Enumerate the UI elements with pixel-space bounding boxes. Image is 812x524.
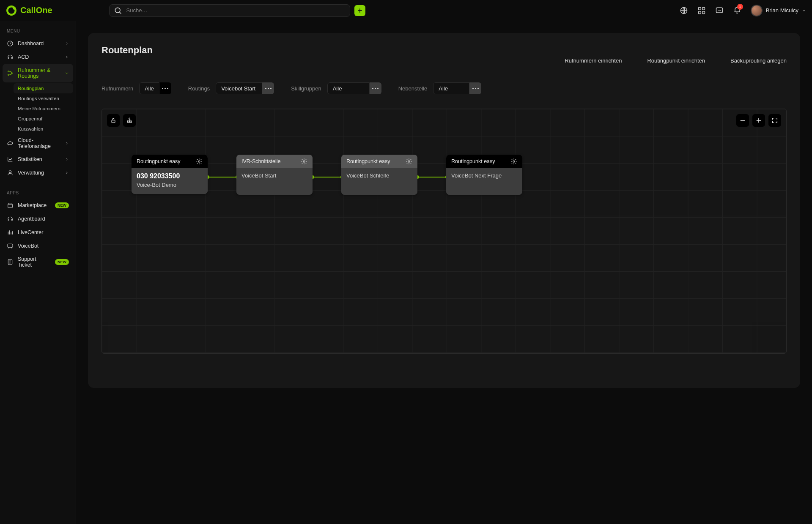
- sidebar-app-voicebot[interactable]: VoiceBot: [3, 239, 73, 253]
- routing-node[interactable]: IVR-Schnittstelle VoiceBot Start: [236, 155, 313, 195]
- filters: Rufnummern Alle Routings Voicebot Start …: [102, 82, 787, 94]
- notifications-button[interactable]: 1: [733, 5, 741, 16]
- action-backuprouting[interactable]: Backuprouting anlegen: [730, 57, 787, 64]
- user-menu[interactable]: Brian Miculcy: [751, 5, 806, 16]
- routing-canvas[interactable]: Routingpunkt easy 030 92033500 Voice-Bot…: [102, 109, 787, 354]
- filter-routings-more[interactable]: [262, 82, 274, 94]
- svg-point-23: [129, 122, 130, 123]
- sidebar-item-dashboard[interactable]: Dashboard: [3, 37, 73, 50]
- svg-point-12: [720, 10, 721, 11]
- svg-point-14: [8, 71, 9, 72]
- canvas-tree-button[interactable]: [123, 114, 136, 127]
- user-name: Brian Miculcy: [766, 7, 798, 14]
- filter-skill[interactable]: Alle: [327, 82, 370, 94]
- zoom-in-button[interactable]: [752, 114, 765, 127]
- fullscreen-button[interactable]: [768, 114, 781, 127]
- sidebar-sub-routingplan[interactable]: Routingplan: [14, 83, 73, 93]
- filter-neben[interactable]: Alle: [433, 82, 469, 94]
- chevron-right-icon: [65, 157, 69, 161]
- filter-skill-more[interactable]: [370, 82, 381, 94]
- sidebar-app-agentboard[interactable]: Agentboard: [3, 212, 73, 226]
- main: Routenplan Rufnummern einrichten Routing…: [76, 21, 812, 524]
- sidebar-item-stats[interactable]: Statistiken: [3, 153, 73, 166]
- svg-point-1: [13, 7, 16, 9]
- sidebar-app-marketplace[interactable]: Marketplace NEW: [3, 199, 73, 212]
- svg-point-21: [129, 118, 130, 119]
- sidebar-sub-routing: Routingplan Routings verwalten Meine Ruf…: [14, 83, 73, 134]
- filter-rufnummern[interactable]: Alle: [139, 82, 159, 94]
- gear-icon[interactable]: [196, 158, 203, 165]
- svg-rect-7: [698, 11, 701, 14]
- cloud-icon: [7, 140, 14, 147]
- chevron-right-icon: [65, 41, 69, 46]
- svg-point-28: [513, 161, 515, 162]
- sidebar-item-verwaltung[interactable]: Verwaltung: [3, 166, 73, 180]
- gear-icon[interactable]: [406, 158, 412, 165]
- svg-point-15: [8, 74, 9, 76]
- filter-label-routings: Routings: [188, 85, 210, 92]
- sidebar-app-support[interactable]: Support Ticket NEW: [3, 253, 73, 271]
- node-title: Routingpunkt easy: [137, 158, 181, 164]
- globe-icon[interactable]: [680, 6, 688, 15]
- search-input[interactable]: [126, 7, 346, 14]
- svg-line-3: [119, 12, 121, 14]
- sidebar-sub-kurzwahlen[interactable]: Kurzwahlen: [14, 124, 73, 134]
- routing-icon: [7, 70, 14, 76]
- svg-point-2: [115, 8, 120, 13]
- svg-point-25: [198, 161, 200, 162]
- chat-icon[interactable]: [715, 6, 724, 15]
- action-rufnummern[interactable]: Rufnummern einrichten: [565, 57, 622, 64]
- edge: [313, 177, 342, 177]
- gauge-icon: [7, 40, 14, 47]
- sidebar-app-livecenter[interactable]: LiveCenter: [3, 226, 73, 239]
- plus-icon: [357, 8, 363, 14]
- routing-node[interactable]: Routingpunkt easy VoiceBot Next Frage: [446, 155, 522, 195]
- plus-icon: [755, 117, 762, 124]
- sidebar-sub-routings-verwalten[interactable]: Routings verwalten: [14, 93, 73, 104]
- global-search[interactable]: [109, 4, 350, 17]
- new-badge: NEW: [55, 202, 69, 208]
- gear-icon[interactable]: [301, 158, 307, 165]
- chevron-right-icon: [65, 171, 69, 175]
- filter-routings[interactable]: Voicebot Start: [216, 82, 262, 94]
- topbar: CallOne 1 Brian Miculcy: [0, 0, 812, 21]
- action-routingpunkt[interactable]: Routingpunkt einrichten: [647, 57, 705, 64]
- svg-rect-6: [702, 7, 705, 10]
- sidebar-section-menu: MENU: [7, 29, 69, 33]
- headset-icon: [7, 54, 14, 60]
- sidebar-item-cloud[interactable]: Cloud-Telefonanlage: [3, 134, 73, 153]
- routing-node[interactable]: Routingpunkt easy 030 92033500 Voice-Bot…: [132, 155, 208, 194]
- ticket-icon: [7, 259, 14, 265]
- chevron-down-icon: [802, 8, 806, 13]
- svg-point-27: [408, 161, 410, 162]
- svg-rect-8: [702, 11, 705, 14]
- store-icon: [7, 202, 14, 209]
- gear-icon[interactable]: [510, 158, 517, 165]
- unlock-icon: [110, 117, 117, 124]
- bot-icon: [7, 243, 14, 249]
- svg-point-22: [127, 122, 129, 123]
- sidebar-item-routing[interactable]: Rufnummer & Routings: [3, 64, 73, 82]
- search-icon: [114, 6, 122, 15]
- edge: [208, 177, 237, 177]
- sidebar-sub-gruppenruf[interactable]: Gruppenruf: [14, 114, 73, 124]
- zoom-out-button[interactable]: [736, 114, 749, 127]
- new-button[interactable]: [354, 5, 365, 16]
- filter-neben-more[interactable]: [469, 82, 481, 94]
- sidebar-item-acd[interactable]: ACD: [3, 50, 73, 64]
- svg-rect-5: [698, 7, 701, 10]
- filter-label-rufnummern: Rufnummern: [102, 85, 133, 92]
- chevron-right-icon: [65, 141, 69, 145]
- node-subtitle: VoiceBot Schleife: [346, 172, 412, 179]
- page-actions: Rufnummern einrichten Routingpunkt einri…: [102, 57, 787, 64]
- canvas-lock-button[interactable]: [107, 114, 120, 127]
- filter-rufnummern-more[interactable]: [159, 82, 171, 94]
- routing-node[interactable]: Routingpunkt easy VoiceBot Schleife: [341, 155, 417, 195]
- chevron-right-icon: [65, 55, 69, 59]
- minus-icon: [739, 117, 746, 124]
- page-title: Routenplan: [102, 45, 787, 56]
- filter-label-neben: Nebenstelle: [398, 85, 428, 92]
- sidebar-sub-meine-rufnummern[interactable]: Meine Rufnummern: [14, 104, 73, 114]
- apps-icon[interactable]: [697, 6, 706, 15]
- logo-icon: [6, 5, 17, 16]
